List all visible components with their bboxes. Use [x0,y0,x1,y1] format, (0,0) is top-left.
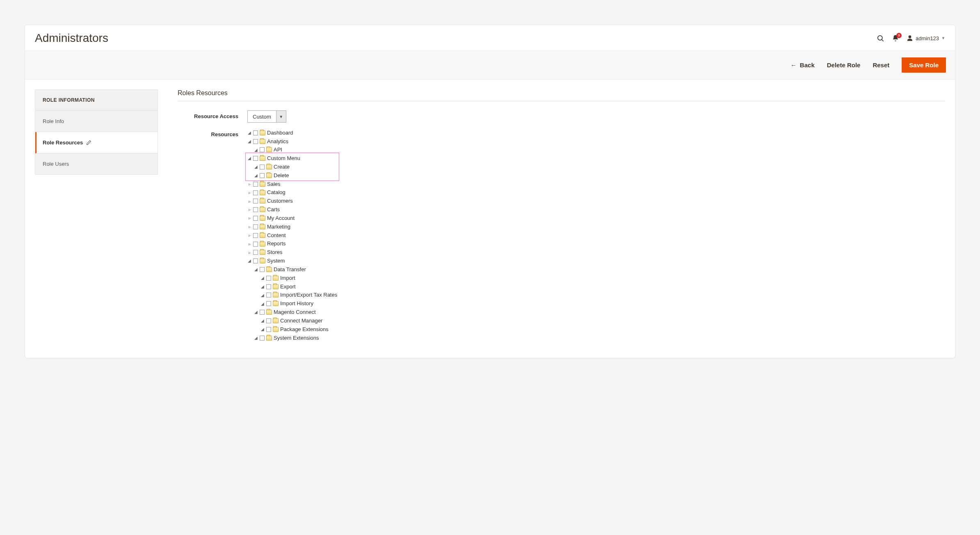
user-icon [907,35,913,41]
tree-node-package-extensions[interactable]: ◢Package Extensions [260,325,329,334]
checkbox[interactable] [253,139,258,144]
tree-node-sales[interactable]: ▹Sales [247,180,281,188]
checkbox[interactable] [253,130,258,135]
folder-icon [273,301,279,306]
checkbox[interactable] [266,327,271,332]
toggle-icon[interactable]: ◢ [254,164,258,170]
toggle-icon[interactable]: ▹ [247,206,251,213]
checkbox[interactable] [253,216,258,221]
toggle-icon[interactable]: ◢ [260,292,265,299]
resources-tree: ◢Dashboard ◢Analytics ◢API ◢Custom Menu [247,128,337,342]
toggle-icon[interactable]: ◢ [247,258,251,264]
highlighted-group: ◢Custom Menu ◢Create ◢Delete [245,153,339,181]
toggle-icon[interactable]: ◢ [260,284,265,290]
tree-node-my-account[interactable]: ▹My Account [247,214,295,222]
resource-access-label: Resource Access [178,110,247,119]
tree-node-api[interactable]: ◢API [254,146,282,154]
folder-icon [260,190,265,195]
tree-node-analytics[interactable]: ◢Analytics [247,137,288,146]
folder-icon [260,216,265,221]
toggle-icon[interactable]: ◢ [254,172,258,179]
toggle-icon[interactable]: ▹ [247,215,251,222]
checkbox[interactable] [253,250,258,255]
toggle-icon[interactable]: ◢ [260,275,265,281]
back-label: Back [800,62,815,69]
checkbox[interactable] [253,182,258,187]
tree-node-custom-menu[interactable]: ◢Custom Menu [247,154,300,162]
tree-node-carts[interactable]: ▹Carts [247,206,280,214]
checkbox[interactable] [253,156,258,161]
checkbox[interactable] [260,147,265,152]
user-menu[interactable]: admin123 ▼ [907,35,945,41]
username-label: admin123 [916,35,939,41]
checkbox[interactable] [253,242,258,247]
tree-node-create[interactable]: ◢Create [254,163,290,171]
checkbox[interactable] [260,336,265,341]
checkbox[interactable] [266,276,271,281]
checkbox[interactable] [266,318,271,323]
toggle-icon[interactable]: ◢ [260,318,265,324]
checkbox[interactable] [253,190,258,195]
checkbox[interactable] [253,233,258,238]
checkbox[interactable] [266,301,271,306]
chevron-down-icon: ▼ [941,36,945,40]
tree-node-delete[interactable]: ◢Delete [254,171,289,180]
tree-node-connect-manager[interactable]: ◢Connect Manager [260,317,322,325]
sidebar-item-role-users[interactable]: Role Users [35,153,158,174]
tree-node-marketing[interactable]: ▹Marketing [247,223,290,231]
tree-node-import-export-tax[interactable]: ◢Import/Export Tax Rates [260,291,337,299]
tree-node-system[interactable]: ◢System [247,257,285,265]
checkbox[interactable] [260,310,265,315]
toggle-icon[interactable]: ◢ [247,155,251,162]
tree-node-system-extensions[interactable]: ◢System Extensions [254,334,319,342]
toggle-icon[interactable]: ◢ [254,309,258,316]
checkbox[interactable] [260,267,265,272]
toggle-icon[interactable]: ◢ [260,301,265,307]
tree-node-content[interactable]: ▹Content [247,231,286,240]
toggle-icon[interactable]: ▹ [247,198,251,205]
delete-role-button[interactable]: Delete Role [827,62,861,69]
toggle-icon[interactable]: ◢ [254,266,258,273]
notifications-icon[interactable]: 9 [892,34,899,42]
tree-node-data-transfer[interactable]: ◢Data Transfer [254,265,306,274]
page-title: Administrators [35,32,108,45]
tree-node-catalog[interactable]: ▹Catalog [247,188,286,197]
toggle-icon[interactable]: ▹ [247,241,251,247]
tree-node-customers[interactable]: ▹Customers [247,197,293,205]
tree-node-export[interactable]: ◢Export [260,283,296,291]
toggle-icon[interactable]: ▹ [247,190,251,196]
save-role-button[interactable]: Save Role [902,57,946,73]
checkbox[interactable] [253,207,258,212]
reset-button[interactable]: Reset [873,62,889,69]
toggle-icon[interactable]: ◢ [247,138,251,145]
toggle-icon[interactable]: ▹ [247,249,251,256]
checkbox[interactable] [266,293,271,297]
toggle-icon[interactable]: ▹ [247,224,251,230]
checkbox[interactable] [260,173,265,178]
tree-node-reports[interactable]: ▹Reports [247,240,286,248]
resource-access-select[interactable]: Custom ▼ [247,110,286,123]
tree-node-stores[interactable]: ▹Stores [247,248,283,256]
toggle-icon[interactable]: ◢ [254,335,258,341]
tree-node-import[interactable]: ◢Import [260,274,295,282]
checkbox[interactable] [253,258,258,263]
toggle-icon[interactable]: ◢ [260,326,265,333]
tree-node-import-history[interactable]: ◢Import History [260,300,313,308]
search-icon[interactable] [877,34,884,42]
toggle-icon[interactable]: ▹ [247,232,251,239]
folder-icon [273,327,279,332]
toggle-icon[interactable]: ▹ [247,181,251,187]
checkbox[interactable] [253,199,258,203]
sidebar-item-role-resources[interactable]: Role Resources [35,132,158,153]
back-button[interactable]: ← Back [790,62,815,69]
sidebar-item-role-info[interactable]: Role Info [35,111,158,132]
folder-icon [260,233,265,238]
checkbox[interactable] [253,224,258,229]
toggle-icon[interactable]: ◢ [247,130,251,136]
folder-icon [260,224,265,229]
checkbox[interactable] [260,165,265,169]
tree-node-dashboard[interactable]: ◢Dashboard [247,129,293,137]
checkbox[interactable] [266,284,271,289]
tree-node-magento-connect[interactable]: ◢Magento Connect [254,308,316,316]
toggle-icon[interactable]: ◢ [254,147,258,153]
